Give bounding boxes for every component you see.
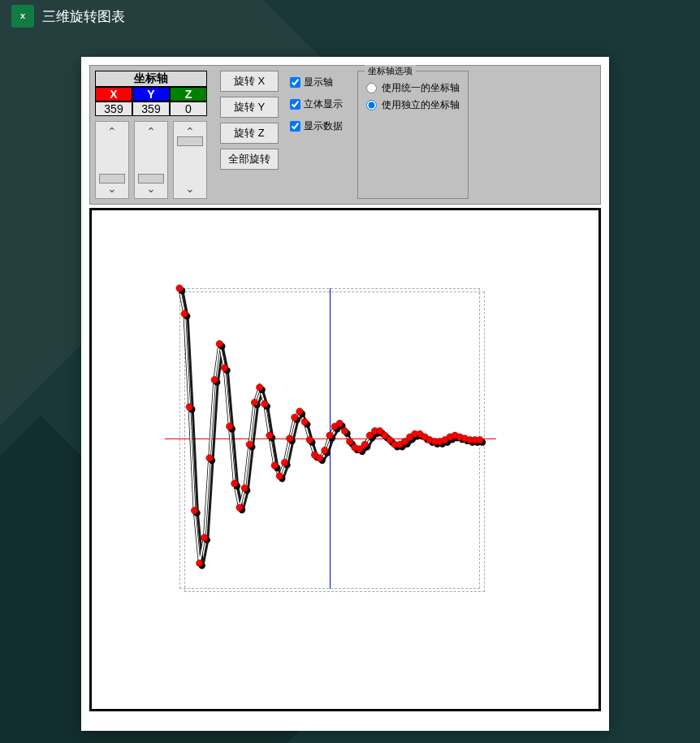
checkbox[interactable] bbox=[290, 99, 300, 110]
svg-point-65 bbox=[191, 508, 197, 514]
svg-point-70 bbox=[216, 340, 223, 347]
axis-value-x: 359 bbox=[95, 102, 132, 116]
display-checks: 显示轴 立体显示 显示数据 bbox=[290, 76, 343, 199]
check-show-axes[interactable]: 显示轴 bbox=[290, 76, 343, 89]
svg-point-66 bbox=[197, 559, 203, 566]
slider-x[interactable]: ⌃ ⌄ bbox=[95, 121, 129, 199]
app-title: 三维旋转图表 bbox=[42, 7, 125, 26]
controls-panel: 坐标轴 X Y Z 359 359 0 ⌃ ⌄ ⌃ ⌄ bbox=[89, 65, 601, 205]
svg-point-63 bbox=[181, 310, 188, 317]
chevron-down-icon[interactable]: ⌄ bbox=[107, 182, 117, 195]
svg-point-87 bbox=[301, 418, 308, 425]
axis-value-y: 359 bbox=[132, 102, 170, 116]
axes-headers: X Y Z bbox=[95, 87, 207, 102]
axes-values: 359 359 0 bbox=[95, 102, 207, 116]
axes-title: 坐标轴 bbox=[95, 71, 207, 87]
checkbox[interactable] bbox=[290, 77, 300, 88]
svg-point-73 bbox=[231, 480, 238, 486]
slider-thumb[interactable] bbox=[177, 136, 203, 146]
svg-point-90 bbox=[317, 455, 323, 461]
svg-point-76 bbox=[246, 441, 253, 447]
svg-point-95 bbox=[341, 428, 348, 434]
svg-point-81 bbox=[271, 462, 278, 469]
svg-point-85 bbox=[292, 414, 298, 421]
rotate-all-button[interactable]: 全部旋转 bbox=[220, 149, 279, 170]
slider-thumb[interactable] bbox=[138, 174, 164, 184]
svg-point-74 bbox=[236, 504, 243, 511]
svg-point-67 bbox=[201, 534, 208, 541]
radio-independent[interactable]: 使用独立的坐标轴 bbox=[366, 98, 460, 112]
rotate-x-button[interactable]: 旋转 X bbox=[220, 71, 279, 92]
svg-point-86 bbox=[296, 408, 303, 415]
radio-unified[interactable]: 使用统一的坐标轴 bbox=[366, 81, 460, 95]
radio[interactable] bbox=[366, 83, 377, 93]
svg-point-78 bbox=[257, 384, 263, 391]
chart-plot bbox=[179, 288, 480, 589]
chevron-down-icon[interactable]: ⌄ bbox=[185, 182, 195, 195]
svg-point-64 bbox=[186, 404, 192, 410]
chart-area bbox=[89, 208, 601, 711]
svg-point-88 bbox=[306, 437, 313, 443]
svg-point-80 bbox=[266, 432, 273, 438]
svg-point-84 bbox=[287, 435, 293, 442]
chart-inner bbox=[179, 288, 480, 589]
axis-header-z: Z bbox=[170, 87, 207, 102]
slider-z[interactable]: ⌃ ⌄ bbox=[173, 121, 207, 199]
axis-header-x: X bbox=[95, 87, 132, 102]
svg-point-69 bbox=[211, 377, 218, 383]
svg-point-83 bbox=[281, 459, 287, 465]
svg-point-96 bbox=[347, 438, 353, 445]
rotate-y-button[interactable]: 旋转 Y bbox=[220, 97, 279, 118]
svg-point-68 bbox=[206, 455, 213, 461]
titlebar: 三维旋转图表 bbox=[0, 0, 700, 32]
slider-thumb[interactable] bbox=[99, 174, 125, 184]
chevron-up-icon[interactable]: ⌃ bbox=[107, 125, 117, 138]
app-window: 坐标轴 X Y Z 359 359 0 ⌃ ⌄ ⌃ ⌄ bbox=[81, 57, 609, 731]
axis-options-group: 坐标轴选项 使用统一的坐标轴 使用独立的坐标轴 bbox=[357, 71, 469, 199]
chevron-down-icon[interactable]: ⌄ bbox=[146, 182, 156, 195]
svg-point-77 bbox=[251, 399, 257, 405]
check-show-data[interactable]: 显示数据 bbox=[290, 119, 343, 133]
axis-header-y: Y bbox=[132, 87, 170, 102]
svg-point-71 bbox=[221, 365, 227, 371]
svg-point-122 bbox=[477, 437, 483, 443]
excel-icon bbox=[11, 5, 34, 28]
axis-value-z: 0 bbox=[170, 102, 207, 116]
svg-point-79 bbox=[261, 400, 268, 407]
svg-point-72 bbox=[227, 423, 233, 430]
radio[interactable] bbox=[366, 100, 377, 110]
svg-point-94 bbox=[336, 420, 343, 426]
svg-point-75 bbox=[241, 485, 248, 491]
checkbox[interactable] bbox=[290, 121, 300, 132]
chevron-up-icon[interactable]: ⌃ bbox=[146, 125, 156, 138]
axes-block: 坐标轴 X Y Z 359 359 0 ⌃ ⌄ ⌃ ⌄ bbox=[95, 71, 207, 199]
slider-y[interactable]: ⌃ ⌄ bbox=[134, 121, 168, 199]
svg-point-62 bbox=[176, 285, 183, 292]
check-show-3d[interactable]: 立体显示 bbox=[290, 97, 343, 111]
svg-point-82 bbox=[276, 473, 283, 479]
rotate-z-button[interactable]: 旋转 Z bbox=[220, 123, 279, 144]
svg-point-92 bbox=[326, 432, 333, 438]
svg-point-99 bbox=[361, 441, 368, 447]
axis-sliders: ⌃ ⌄ ⌃ ⌄ ⌃ ⌄ bbox=[95, 121, 207, 199]
rotate-buttons: 旋转 X 旋转 Y 旋转 Z 全部旋转 bbox=[220, 71, 279, 199]
groupbox-title: 坐标轴选项 bbox=[365, 65, 416, 77]
svg-point-91 bbox=[322, 447, 328, 454]
